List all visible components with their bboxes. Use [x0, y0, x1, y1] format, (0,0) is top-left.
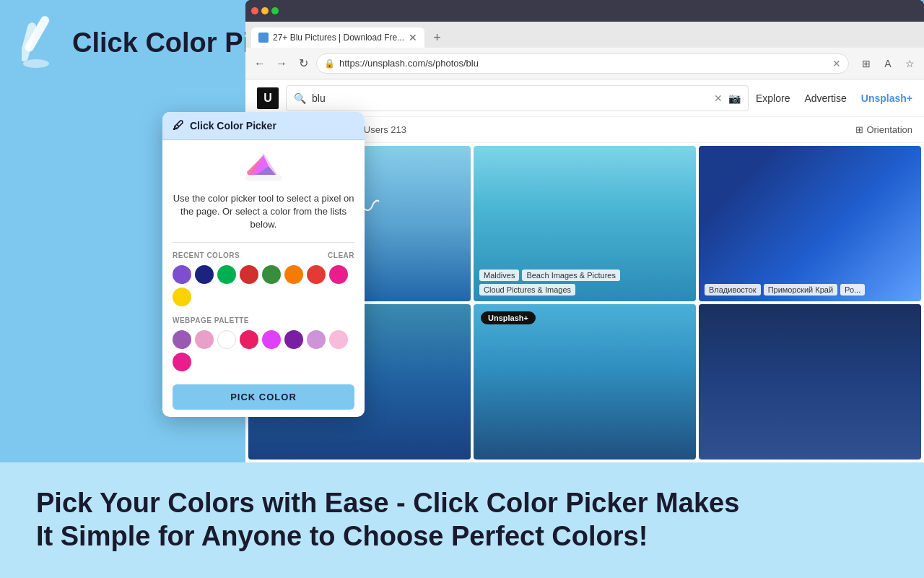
clear-btn[interactable]: CLEAR [328, 251, 354, 259]
webpage-palette-swatch[interactable] [240, 330, 258, 349]
popup-description: Use the color picker tool to select a pi… [173, 192, 354, 232]
popup-divider [173, 242, 354, 243]
unsplash-nav-right: Explore Advertise Unsplash+ [756, 92, 912, 104]
dot-yellow [261, 7, 269, 14]
color-picker-popup: 🖊 Click Color Picker Use the color picke… [162, 112, 365, 417]
photo-cell-3[interactable]: Владивосток Приморский Край Ро... [699, 146, 921, 301]
new-tab-btn[interactable]: + [426, 27, 448, 48]
recent-color-swatch[interactable] [329, 265, 348, 284]
popup-header-title: Click Color Picker [190, 120, 276, 131]
photo-tags-2: Maldives Beach Images & Pictures Cloud P… [479, 269, 696, 296]
pick-color-btn[interactable]: PICK COLOR [173, 384, 354, 410]
photo-tags-3: Владивосток Приморский Край Ро... [705, 284, 865, 296]
url-right-icons: ⊞ A ☆ [858, 55, 918, 72]
recent-color-swatch[interactable] [217, 265, 236, 284]
popup-header: 🖊 Click Color Picker [162, 112, 365, 140]
webpage-palette-swatch[interactable] [217, 330, 236, 349]
tab-favicon [258, 33, 269, 43]
webpage-palette-swatch[interactable] [195, 330, 214, 349]
webpage-palette-swatch[interactable] [173, 353, 191, 371]
photo-cell-5[interactable]: Unsplash+ [474, 304, 696, 460]
subbar-orientation[interactable]: ⊞ Orientation [855, 124, 912, 135]
screenshot-icon[interactable]: ⊞ [858, 55, 875, 72]
bottom-section: Pick Your Colors with Ease - Click Color… [0, 462, 924, 578]
webpage-palette-section: WEBPAGE PALETTE [173, 316, 354, 324]
recent-color-swatch[interactable] [240, 265, 258, 284]
recent-color-swatch[interactable] [173, 265, 191, 284]
camera-search-icon[interactable]: 📷 [728, 92, 741, 104]
nav-explore[interactable]: Explore [756, 92, 790, 104]
browser-urlbar: ← → ↻ 🔒 https://unsplash.com/s/photos/bl… [245, 48, 924, 79]
recent-colors-label: RECENT COLORS [173, 251, 240, 259]
orientation-label: Orientation [866, 124, 912, 135]
webpage-palette-swatch[interactable] [173, 330, 191, 349]
translate-icon[interactable]: A [879, 55, 897, 72]
recent-color-swatch[interactable] [195, 265, 214, 284]
unsplash-logo: U [257, 87, 279, 109]
unsplash-search[interactable]: 🔍 blu ✕ 📷 [286, 85, 749, 111]
recent-color-swatches [173, 265, 354, 306]
recent-colors-section: RECENT COLORS CLEAR [173, 251, 354, 259]
refresh-btn[interactable]: ↻ [295, 55, 312, 72]
search-icon: 🔍 [294, 92, 306, 104]
tagline-line2: It Simple for Anyone to Choose Perfect C… [36, 520, 739, 553]
dot-red [251, 7, 258, 14]
tagline: Pick Your Colors with Ease - Click Color… [36, 487, 739, 553]
webpage-palette-swatches [173, 330, 354, 371]
tag-vladivostok[interactable]: Владивосток [705, 284, 761, 296]
search-value: blu [312, 92, 326, 104]
url-text: https://unsplash.com/s/photos/blu [339, 58, 828, 69]
logo-icon [22, 14, 65, 72]
svg-rect-6 [245, 175, 282, 181]
unsplash-badge: Unsplash+ [481, 311, 536, 324]
tag-maldives[interactable]: Maldives [479, 269, 519, 281]
tab-close-btn[interactable]: ✕ [409, 32, 417, 43]
back-btn[interactable]: ← [251, 55, 269, 72]
bookmark-icon[interactable]: ☆ [901, 55, 918, 72]
recent-color-swatch[interactable] [262, 265, 281, 284]
orientation-icon: ⊞ [855, 124, 863, 135]
webpage-palette-swatch[interactable] [329, 330, 348, 349]
recent-color-swatch[interactable] [284, 265, 303, 284]
search-clear-icon[interactable]: ✕ [714, 92, 723, 104]
dot-green [271, 7, 279, 14]
tagline-line1: Pick Your Colors with Ease - Click Color… [36, 487, 739, 520]
palette-icon [245, 152, 282, 181]
webpage-palette-swatch[interactable] [307, 330, 326, 349]
browser-tab-active[interactable]: 27+ Blu Pictures | Download Fre... ✕ [251, 27, 424, 48]
tag-primorsky[interactable]: Приморский Край [764, 284, 837, 296]
top-section: Click Color Picker 27+ Blu Pictures | Do… [0, 0, 924, 462]
webpage-palette-label: WEBPAGE PALETTE [173, 316, 249, 324]
recent-color-swatch[interactable] [173, 288, 191, 306]
url-input[interactable]: 🔒 https://unsplash.com/s/photos/blu ✕ [316, 53, 849, 74]
photo-cell-2[interactable]: Maldives Beach Images & Pictures Cloud P… [474, 146, 696, 301]
nav-advertise[interactable]: Advertise [804, 92, 846, 104]
tab-title: 27+ Blu Pictures | Download Fre... [273, 33, 404, 43]
picker-icon: 🖊 [173, 119, 184, 132]
webpage-palette-swatch[interactable] [284, 330, 303, 349]
browser-titlebar [245, 0, 924, 22]
tag-beach[interactable]: Beach Images & Pictures [522, 269, 620, 281]
photo-cell-6[interactable] [699, 304, 921, 460]
popup-body: Use the color picker tool to select a pi… [162, 140, 365, 417]
tag-ro[interactable]: Ро... [840, 284, 865, 296]
tag-cloud[interactable]: Cloud Pictures & Images [479, 284, 575, 296]
lock-icon: 🔒 [324, 59, 335, 69]
svg-point-2 [23, 59, 49, 68]
webpage-palette-swatch[interactable] [262, 330, 281, 349]
browser-tabs: 27+ Blu Pictures | Download Fre... ✕ + [245, 22, 924, 48]
recent-color-swatch[interactable] [307, 265, 326, 284]
forward-btn[interactable]: → [273, 55, 290, 72]
url-clear-icon[interactable]: ✕ [832, 58, 841, 69]
users-label: Users 213 [364, 124, 406, 135]
nav-plus[interactable]: Unsplash+ [861, 92, 912, 104]
